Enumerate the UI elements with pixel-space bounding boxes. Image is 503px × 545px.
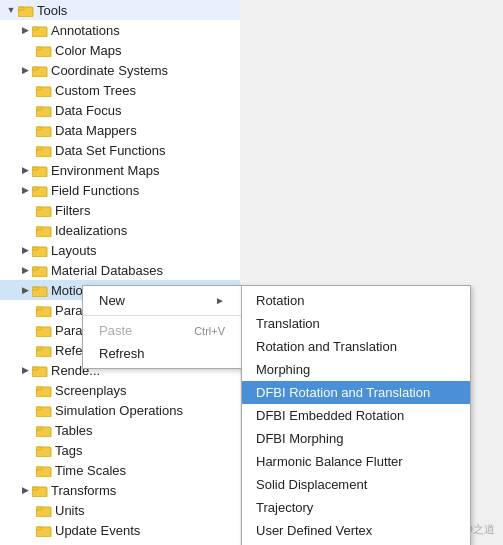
context-menu-refresh[interactable]: Refresh bbox=[83, 342, 241, 365]
folder-icon-param1 bbox=[36, 303, 52, 317]
context-menu: New ► Paste Ctrl+V Refresh bbox=[82, 285, 242, 369]
tree-item-data-focus[interactable]: ▶ Data Focus bbox=[0, 100, 240, 120]
tree-item-transforms[interactable]: ▶ Transforms bbox=[0, 480, 240, 500]
svg-rect-23 bbox=[36, 227, 42, 230]
tree-label-coordinate-systems: Coordinate Systems bbox=[51, 63, 168, 78]
expand-icon-coordinate-systems: ▶ bbox=[18, 63, 32, 77]
tree-item-coordinate-systems[interactable]: ▶ Coordinate Systems bbox=[0, 60, 240, 80]
tree-label-screenplays: Screenplays bbox=[55, 383, 127, 398]
submenu-item-solid-displacement[interactable]: Solid Displacement bbox=[242, 473, 470, 496]
tree-item-custom-trees[interactable]: ▶ Custom Trees bbox=[0, 80, 240, 100]
svg-rect-17 bbox=[32, 167, 38, 170]
svg-rect-9 bbox=[36, 87, 42, 90]
tree-label-environment-maps: Environment Maps bbox=[51, 163, 159, 178]
folder-icon-transforms bbox=[32, 483, 48, 497]
folder-icon-motions bbox=[32, 283, 48, 297]
tree-item-data-set-functions[interactable]: ▶ Data Set Functions bbox=[0, 140, 240, 160]
tree-label-transforms: Transforms bbox=[51, 483, 116, 498]
folder-icon-environment-maps bbox=[32, 163, 48, 177]
folder-icon-simulation-operations bbox=[36, 403, 52, 417]
tree-label-color-maps: Color Maps bbox=[55, 43, 121, 58]
folder-icon-render bbox=[32, 363, 48, 377]
svg-rect-41 bbox=[36, 407, 42, 410]
tree-container: ▼ Tools ▶ Annotations ▶ Color Maps ▶ Coo… bbox=[0, 0, 240, 545]
folder-icon-update-events bbox=[36, 523, 52, 537]
tree-item-simulation-operations[interactable]: ▶ Simulation Operations bbox=[0, 400, 240, 420]
folder-icon-idealizations bbox=[36, 223, 52, 237]
submenu-item-rotation[interactable]: Rotation bbox=[242, 289, 470, 312]
folder-icon-material-databases bbox=[32, 263, 48, 277]
submenu-label-dfbi-rotation-and-translation: DFBI Rotation and Translation bbox=[256, 385, 430, 400]
svg-rect-15 bbox=[36, 147, 42, 150]
tree-item-user-code[interactable]: ▶ User Co... bbox=[0, 540, 240, 545]
expand-icon-environment-maps: ▶ bbox=[18, 163, 32, 177]
submenu-item-dfbi-morphing[interactable]: DFBI Morphing bbox=[242, 427, 470, 450]
submenu-item-translation[interactable]: Translation bbox=[242, 312, 470, 335]
tree-label-simulation-operations: Simulation Operations bbox=[55, 403, 183, 418]
tree-item-idealizations[interactable]: ▶ Idealizations bbox=[0, 220, 240, 240]
submenu-item-morphing[interactable]: Morphing bbox=[242, 358, 470, 381]
tree-item-screenplays[interactable]: ▶ Screenplays bbox=[0, 380, 240, 400]
folder-icon-data-set-functions bbox=[36, 143, 52, 157]
tree-label-update-events: Update Events bbox=[55, 523, 140, 538]
submenu-item-rotation-and-translation[interactable]: Rotation and Translation bbox=[242, 335, 470, 358]
tree-label-filters: Filters bbox=[55, 203, 90, 218]
submenu-item-dfbi-embedded-rotation[interactable]: DFBI Embedded Rotation bbox=[242, 404, 470, 427]
svg-rect-11 bbox=[36, 107, 42, 110]
tree-item-units[interactable]: ▶ Units bbox=[0, 500, 240, 520]
tree-label-custom-trees: Custom Trees bbox=[55, 83, 136, 98]
tree-item-tables[interactable]: ▶ Tables bbox=[0, 420, 240, 440]
tree-item-tools[interactable]: ▼ Tools bbox=[0, 0, 240, 20]
context-menu-separator bbox=[83, 315, 241, 316]
folder-icon-coordinate-systems bbox=[32, 63, 48, 77]
tree-item-environment-maps[interactable]: ▶ Environment Maps bbox=[0, 160, 240, 180]
folder-icon-tables bbox=[36, 423, 52, 437]
folder-icon-tags bbox=[36, 443, 52, 457]
folder-icon-color-maps bbox=[36, 43, 52, 57]
tree-item-annotations[interactable]: ▶ Annotations bbox=[0, 20, 240, 40]
expand-icon-tools: ▼ bbox=[4, 3, 18, 17]
submenu: Rotation Translation Rotation and Transl… bbox=[241, 285, 471, 545]
tree-item-time-scales[interactable]: ▶ Time Scales bbox=[0, 460, 240, 480]
folder-icon-custom-trees bbox=[36, 83, 52, 97]
context-menu-paste-shortcut: Ctrl+V bbox=[194, 325, 225, 337]
svg-rect-53 bbox=[36, 527, 42, 530]
svg-rect-51 bbox=[36, 507, 42, 510]
submenu-item-user-defined-vertex[interactable]: User Defined Vertex bbox=[242, 519, 470, 542]
context-menu-new[interactable]: New ► bbox=[83, 289, 241, 312]
tree-item-data-mappers[interactable]: ▶ Data Mappers bbox=[0, 120, 240, 140]
tree-label-data-mappers: Data Mappers bbox=[55, 123, 137, 138]
tree-item-layouts[interactable]: ▶ Layouts bbox=[0, 240, 240, 260]
expand-icon-motions: ▶ bbox=[18, 283, 32, 297]
svg-rect-25 bbox=[32, 247, 38, 250]
folder-icon-time-scales bbox=[36, 463, 52, 477]
svg-rect-31 bbox=[36, 307, 42, 310]
svg-rect-1 bbox=[18, 7, 24, 10]
folder-icon-annotations bbox=[32, 23, 48, 37]
submenu-item-harmonic-balance-flutter[interactable]: Harmonic Balance Flutter bbox=[242, 450, 470, 473]
submenu-label-dfbi-embedded-rotation: DFBI Embedded Rotation bbox=[256, 408, 404, 423]
folder-icon-data-focus bbox=[36, 103, 52, 117]
submenu-item-trajectory[interactable]: Trajectory bbox=[242, 496, 470, 519]
tree-item-color-maps[interactable]: ▶ Color Maps bbox=[0, 40, 240, 60]
svg-rect-45 bbox=[36, 447, 42, 450]
tree-item-field-functions[interactable]: ▶ Field Functions bbox=[0, 180, 240, 200]
svg-rect-7 bbox=[32, 67, 38, 70]
tree-item-tags[interactable]: ▶ Tags bbox=[0, 440, 240, 460]
submenu-item-dfbi-rotation-and-translation[interactable]: DFBI Rotation and Translation bbox=[242, 381, 470, 404]
svg-rect-49 bbox=[32, 487, 38, 490]
folder-icon-data-mappers bbox=[36, 123, 52, 137]
svg-rect-37 bbox=[32, 367, 38, 370]
tree-label-tools: Tools bbox=[37, 3, 67, 18]
submenu-label-translation: Translation bbox=[256, 316, 320, 331]
svg-rect-21 bbox=[36, 207, 42, 210]
tree-item-update-events[interactable]: ▶ Update Events bbox=[0, 520, 240, 540]
context-menu-new-arrow: ► bbox=[215, 295, 225, 306]
context-menu-paste[interactable]: Paste Ctrl+V bbox=[83, 319, 241, 342]
tree-label-field-functions: Field Functions bbox=[51, 183, 139, 198]
tree-item-filters[interactable]: ▶ Filters bbox=[0, 200, 240, 220]
tree-item-material-databases[interactable]: ▶ Material Databases bbox=[0, 260, 240, 280]
context-menu-refresh-label: Refresh bbox=[99, 346, 145, 361]
folder-icon-layouts bbox=[32, 243, 48, 257]
tree-label-tables: Tables bbox=[55, 423, 93, 438]
